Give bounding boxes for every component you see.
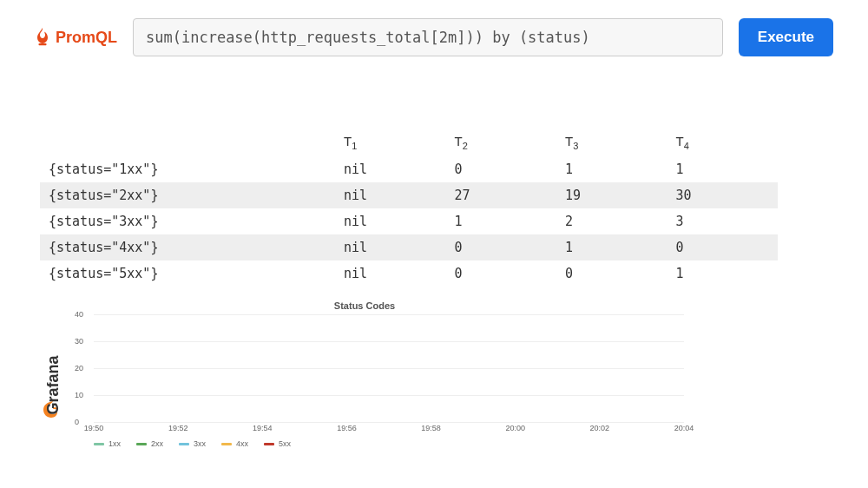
cell: 0 — [446, 260, 557, 287]
prometheus-flame-icon — [35, 28, 50, 47]
row-label: {status="3xx"} — [40, 208, 335, 234]
chart-title: Status Codes — [334, 300, 395, 311]
legend-item-5xx: 5xx — [264, 439, 291, 448]
cell: 1 — [446, 208, 557, 234]
brand-label: PromQL — [56, 29, 117, 47]
xtick: 19:50 — [84, 424, 104, 432]
cell: 1 — [667, 156, 779, 182]
cell: 0 — [446, 156, 557, 182]
legend-label: 4xx — [236, 439, 248, 448]
legend-swatch — [94, 443, 104, 445]
legend-item-1xx: 1xx — [94, 439, 121, 448]
table-row: {status="5xx"}nil001 — [40, 260, 778, 287]
cell: 2 — [556, 208, 667, 234]
xtick: 20:00 — [505, 424, 525, 432]
results-table: T1 T2 T3 T4 {status="1xx"}nil011{status=… — [40, 129, 778, 287]
svg-rect-0 — [39, 43, 47, 45]
legend-swatch — [221, 443, 232, 445]
legend-swatch — [264, 443, 274, 445]
ytick: 30 — [75, 337, 83, 346]
cell: 30 — [667, 182, 779, 208]
cell: 27 — [446, 182, 557, 208]
grafana-logo: Grafana — [40, 316, 66, 420]
ytick: 40 — [75, 310, 83, 319]
chart-panel: Grafana Status Codes 010203040 19:5019:5… — [40, 300, 689, 462]
row-label: {status="2xx"} — [40, 182, 335, 208]
legend-label: 3xx — [194, 439, 206, 448]
query-input[interactable] — [133, 18, 723, 56]
table-row: {status="4xx"}nil010 — [40, 234, 778, 260]
xtick: 20:04 — [674, 424, 694, 432]
legend-label: 2xx — [151, 439, 163, 448]
ytick: 10 — [75, 391, 83, 399]
table-row: {status="1xx"}nil011 — [40, 156, 778, 182]
row-label: {status="5xx"} — [40, 260, 335, 287]
ytick: 0 — [75, 418, 79, 426]
ytick: 20 — [75, 364, 83, 373]
xtick: 19:52 — [168, 424, 188, 432]
cell: 1 — [556, 234, 667, 260]
header: PromQL Execute — [0, 17, 868, 57]
xtick: 19:56 — [337, 424, 357, 432]
table-header-row: T1 T2 T3 T4 — [40, 129, 778, 156]
legend-swatch — [136, 443, 147, 445]
col-t4: T4 — [667, 129, 779, 156]
cell: 3 — [667, 208, 779, 234]
cell: 0 — [556, 260, 667, 287]
table-row: {status="3xx"}nil123 — [40, 208, 778, 234]
xtick: 20:02 — [590, 424, 610, 432]
chart-legend: 1xx2xx3xx4xx5xx — [94, 439, 291, 448]
col-t2: T2 — [446, 129, 557, 156]
cell: nil — [335, 156, 446, 182]
chart-plot: 010203040 — [94, 314, 684, 422]
col-t1: T1 — [335, 129, 446, 156]
row-label: {status="4xx"} — [40, 234, 335, 260]
legend-item-2xx: 2xx — [136, 439, 163, 448]
xtick: 19:54 — [253, 424, 273, 432]
col-t3: T3 — [556, 129, 667, 156]
cell: nil — [335, 234, 446, 260]
cell: 0 — [446, 234, 557, 260]
legend-swatch — [179, 443, 189, 445]
xtick: 19:58 — [421, 424, 441, 432]
col-label-empty — [40, 129, 335, 156]
cell: 0 — [667, 234, 779, 260]
cell: 19 — [556, 182, 667, 208]
execute-button[interactable]: Execute — [739, 18, 833, 56]
promql-logo: PromQL — [35, 28, 117, 47]
legend-item-4xx: 4xx — [221, 439, 248, 448]
legend-label: 5xx — [279, 439, 291, 448]
row-label: {status="1xx"} — [40, 156, 335, 182]
chart-xaxis: 19:5019:5219:5419:5619:5820:0020:0220:04 — [94, 424, 684, 436]
cell: nil — [335, 208, 446, 234]
legend-label: 1xx — [108, 439, 121, 448]
legend-item-3xx: 3xx — [179, 439, 206, 448]
cell: 1 — [667, 260, 779, 287]
cell: nil — [335, 182, 446, 208]
cell: 1 — [556, 156, 667, 182]
grafana-label: Grafana — [44, 355, 62, 414]
table-row: {status="2xx"}nil271930 — [40, 182, 778, 208]
cell: nil — [335, 260, 446, 287]
